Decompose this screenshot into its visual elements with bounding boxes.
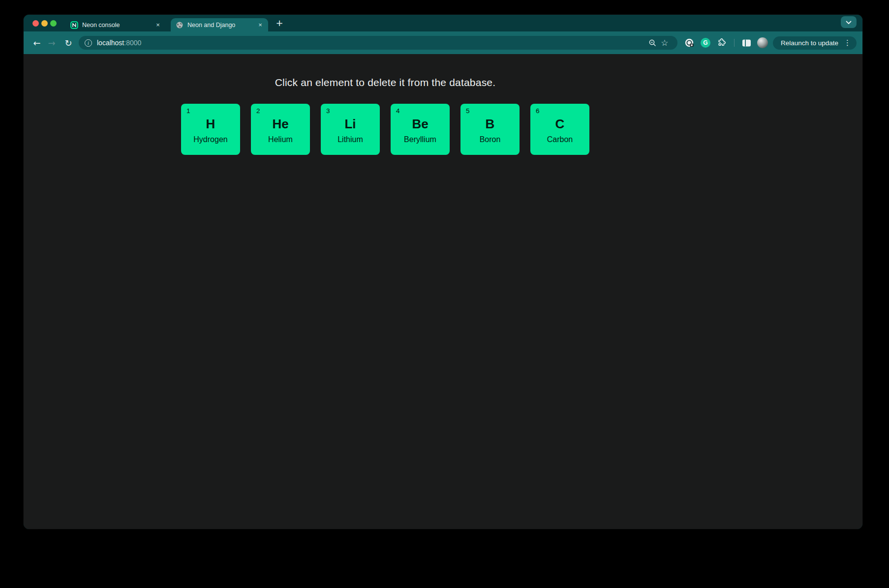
browser-toolbar: ← → ↻ i localhost:8000 ☆: [24, 31, 862, 54]
browser-menu-kebab-icon[interactable]: ⋮: [843, 39, 852, 47]
atomic-number: 3: [326, 107, 330, 115]
new-tab-button[interactable]: +: [273, 17, 286, 30]
onepassword-icon[interactable]: [683, 37, 695, 49]
element-symbol: Li: [321, 118, 380, 130]
atomic-number: 4: [396, 107, 400, 115]
element-card-boron[interactable]: 5 B Boron: [460, 104, 520, 155]
browser-window: Neon console × Neon and Django × +: [24, 15, 862, 529]
bookmark-star-icon[interactable]: ☆: [659, 37, 671, 49]
element-symbol: Be: [391, 118, 450, 130]
atomic-number: 6: [536, 107, 540, 115]
element-card-helium[interactable]: 2 He Helium: [251, 104, 310, 155]
page-content: Click an element to delete it from the d…: [24, 77, 747, 155]
url-host: localhost: [97, 39, 124, 47]
element-card-lithium[interactable]: 3 Li Lithium: [321, 104, 380, 155]
tab-neon-and-django[interactable]: Neon and Django ×: [171, 18, 268, 31]
element-card-carbon[interactable]: 6 C Carbon: [530, 104, 589, 155]
tab-close-button[interactable]: ×: [154, 21, 162, 29]
element-name: Lithium: [321, 135, 380, 144]
element-card-hydrogen[interactable]: 1 H Hydrogen: [181, 104, 240, 155]
traffic-lights: [24, 15, 57, 31]
relaunch-label: Relaunch to update: [781, 39, 838, 47]
element-card-beryllium[interactable]: 4 Be Beryllium: [391, 104, 450, 155]
tab-strip: Neon console × Neon and Django × +: [24, 15, 862, 31]
element-symbol: C: [530, 118, 589, 130]
reload-button[interactable]: ↻: [61, 35, 76, 50]
web-page: Click an element to delete it from the d…: [24, 54, 862, 529]
neon-logo-icon: [70, 21, 78, 29]
atomic-number: 2: [256, 107, 260, 115]
element-symbol: H: [181, 118, 240, 130]
element-symbol: B: [460, 118, 520, 130]
tab-close-button[interactable]: ×: [256, 21, 264, 29]
zoom-level-icon[interactable]: [647, 37, 659, 49]
globe-icon: [176, 21, 184, 29]
element-name: Helium: [251, 135, 310, 144]
forward-button[interactable]: →: [44, 35, 59, 50]
tab-title: Neon console: [82, 22, 150, 29]
atomic-number: 1: [186, 107, 190, 115]
relaunch-to-update-button[interactable]: Relaunch to update ⋮: [773, 36, 857, 50]
extensions-cluster: G: [683, 37, 768, 49]
url-address-bar[interactable]: i localhost:8000 ☆: [79, 36, 677, 50]
grammarly-icon[interactable]: G: [700, 37, 711, 49]
tab-neon-console[interactable]: Neon console ×: [65, 18, 166, 31]
url-port: :8000: [124, 39, 141, 47]
element-cards-row: 1 H Hydrogen 2 He Helium 3 Li Lithium: [24, 104, 747, 155]
zoom-window-button[interactable]: [50, 20, 57, 27]
element-name: Carbon: [530, 135, 589, 144]
back-button[interactable]: ←: [30, 35, 44, 50]
atomic-number: 5: [466, 107, 470, 115]
element-symbol: He: [251, 118, 310, 130]
minimize-window-button[interactable]: [41, 20, 48, 27]
tab-title: Neon and Django: [187, 22, 252, 29]
element-name: Boron: [460, 135, 520, 144]
chevron-down-icon: [846, 18, 852, 27]
url-text: localhost:8000: [97, 39, 141, 47]
site-info-icon[interactable]: i: [85, 39, 92, 47]
toolbar-separator: [734, 39, 735, 47]
tab-search-button[interactable]: [841, 16, 857, 28]
extensions-puzzle-icon[interactable]: [716, 37, 728, 49]
grammarly-letter: G: [701, 38, 710, 48]
page-title: Click an element to delete it from the d…: [24, 77, 747, 88]
side-panel-icon[interactable]: [741, 37, 753, 49]
profile-avatar[interactable]: [757, 37, 768, 48]
element-name: Beryllium: [391, 135, 450, 144]
screenshot-stage: Neon console × Neon and Django × +: [0, 0, 889, 588]
close-window-button[interactable]: [32, 20, 39, 27]
element-name: Hydrogen: [181, 135, 240, 144]
